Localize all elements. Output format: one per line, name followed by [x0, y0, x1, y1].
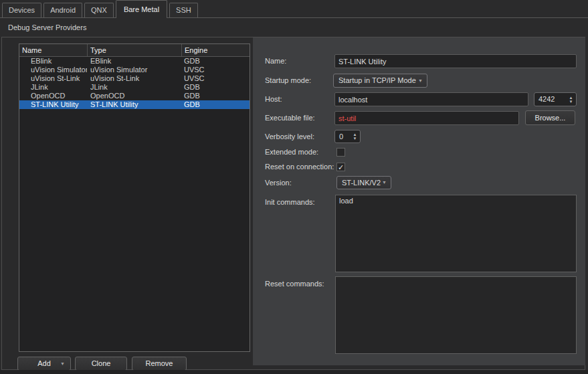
spin-down-icon[interactable]: ▼ [569, 100, 573, 104]
tab-ssh[interactable]: SSH [169, 3, 198, 17]
content-frame: Name Type Engine EBlink EBlink GDB uVisi… [1, 37, 585, 370]
clone-button-label: Clone [92, 359, 111, 367]
table-row[interactable]: uVision Simulator uVision Simulator UVSC [19, 66, 250, 74]
browse-button[interactable]: Browse... [525, 110, 575, 125]
name-input[interactable] [334, 54, 577, 68]
chevron-down-icon[interactable]: ▼ [60, 357, 65, 370]
tab-devices[interactable]: Devices [2, 3, 41, 17]
row-engine: GDB [184, 57, 248, 66]
row-name: OpenOCD [31, 92, 87, 100]
port-spin-buttons: ▲ ▼ [566, 93, 576, 106]
remove-button-label: Remove [146, 359, 173, 367]
column-header-type[interactable]: Type [87, 44, 181, 56]
page-title: Debug Server Providers [8, 23, 86, 31]
reset-on-connection-label: Reset on connection: [265, 162, 334, 172]
row-name: JLink [31, 83, 87, 92]
row-type: ST-LINK Utility [90, 100, 181, 109]
name-label: Name: [265, 54, 286, 68]
window-bottom-margin [0, 370, 588, 374]
verbosity-level-label: Verbosity level: [265, 130, 314, 143]
startup-mode-value: Startup in TCP/IP Mode [338, 74, 416, 87]
table-row[interactable]: JLink JLink GDB [19, 83, 250, 92]
startup-mode-select[interactable]: Startup in TCP/IP Mode ▼ [333, 74, 427, 88]
tab-qnx-label: QNX [91, 6, 107, 14]
clone-button[interactable]: Clone [75, 357, 127, 371]
startup-mode-label: Startup mode: [265, 74, 311, 88]
remove-button[interactable]: Remove [132, 357, 187, 371]
table-row[interactable]: OpenOCD OpenOCD GDB [19, 92, 250, 100]
version-select[interactable]: ST-LINK/V2 ▼ [336, 176, 391, 189]
verbosity-spinbox[interactable]: 0 ▲ ▼ [334, 130, 361, 143]
add-button-label: Add [37, 359, 51, 367]
host-input[interactable] [334, 92, 528, 106]
row-engine: UVSC [184, 66, 248, 74]
row-type: EBlink [90, 57, 181, 66]
executable-file-input[interactable] [334, 111, 519, 125]
reset-commands-label: Reset commands: [265, 279, 324, 288]
row-engine: GDB [184, 92, 248, 100]
options-dialog: Devices Android QNX Bare Metal SSH Debug… [0, 0, 588, 374]
providers-table-header: Name Type Engine [19, 44, 250, 57]
column-header-engine[interactable]: Engine [181, 44, 250, 56]
host-label: Host: [265, 92, 282, 106]
reset-commands-textarea[interactable] [335, 276, 577, 354]
providers-table-body: EBlink EBlink GDB uVision Simulator uVis… [19, 57, 250, 109]
port-spinbox[interactable]: 4242 ▲ ▼ [534, 92, 577, 106]
row-name: uVision St-Link [31, 74, 87, 83]
verbosity-spin-buttons: ▲ ▼ [350, 130, 360, 143]
executable-file-label: Executable file: [265, 110, 315, 125]
row-name: uVision Simulator [31, 66, 87, 74]
row-type: uVision St-Link [90, 74, 181, 83]
check-icon: ✓ [338, 163, 344, 171]
row-name: EBlink [31, 57, 87, 66]
provider-details-panel: Name: Startup mode: Startup in TCP/IP Mo… [253, 37, 585, 365]
add-button[interactable]: Add ▼ [17, 357, 71, 371]
chevron-down-icon: ▼ [382, 177, 387, 189]
row-type: JLink [90, 83, 181, 92]
table-row[interactable]: EBlink EBlink GDB [19, 57, 250, 66]
row-type: OpenOCD [90, 92, 181, 100]
providers-table: Name Type Engine EBlink EBlink GDB uVisi… [19, 43, 250, 352]
table-row[interactable]: uVision St-Link uVision St-Link UVSC [19, 74, 250, 83]
extended-mode-checkbox[interactable] [336, 148, 345, 157]
row-engine: GDB [184, 100, 248, 109]
tab-bare-metal[interactable]: Bare Metal [116, 0, 167, 18]
extended-mode-label: Extended mode: [265, 147, 318, 157]
tab-qnx[interactable]: QNX [84, 3, 114, 17]
column-header-name[interactable]: Name [19, 44, 87, 56]
table-row-selected[interactable]: ST-LINK Utility ST-LINK Utility GDB [19, 100, 250, 109]
reset-on-connection-checkbox[interactable]: ✓ [336, 163, 345, 171]
browse-button-label: Browse... [535, 114, 566, 122]
tab-android[interactable]: Android [43, 3, 82, 17]
row-engine: GDB [184, 83, 248, 92]
row-name: ST-LINK Utility [31, 100, 87, 109]
init-commands-textarea[interactable]: load [335, 195, 577, 272]
tab-devices-label: Devices [9, 6, 35, 14]
tab-ssh-label: SSH [176, 6, 191, 14]
row-engine: UVSC [184, 74, 248, 83]
version-value: ST-LINK/V2 [342, 177, 381, 189]
version-label: Version: [265, 176, 292, 189]
tab-android-label: Android [50, 6, 76, 14]
row-type: uVision Simulator [90, 66, 181, 74]
verbosity-value: 0 [335, 130, 350, 143]
init-commands-label: Init commands: [265, 197, 315, 207]
tab-bare-metal-label: Bare Metal [124, 5, 159, 13]
port-value: 4242 [534, 93, 566, 106]
chevron-down-icon: ▼ [418, 74, 423, 87]
spin-down-icon[interactable]: ▼ [353, 136, 357, 141]
tab-bar: Devices Android QNX Bare Metal SSH [0, 0, 588, 18]
